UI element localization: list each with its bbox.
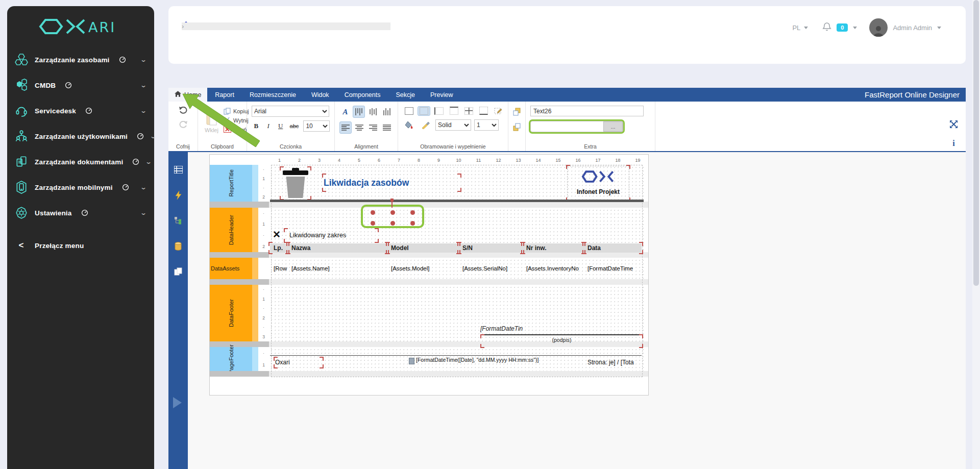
selection-handle[interactable] — [410, 221, 415, 226]
caret-down-icon[interactable] — [937, 27, 941, 29]
report-title-text-object[interactable]: Likwidacja zasobów — [324, 175, 460, 190]
selection-handle[interactable] — [371, 210, 375, 215]
column-header[interactable]: Model — [387, 243, 459, 253]
band-strip-page-footer[interactable]: PageFooter — [210, 347, 252, 371]
align-right-button[interactable] — [367, 121, 379, 134]
send-to-back-button[interactable] — [511, 122, 523, 132]
page-footer-datetime-object[interactable]: [FormatDateTime([Date], "dd.MM.yyyy HH:m… — [416, 357, 543, 369]
data-field[interactable]: [Row — [270, 264, 288, 273]
column-header[interactable]: S/N — [459, 243, 523, 253]
data-sources-icon[interactable] — [172, 240, 184, 252]
bring-to-front-button[interactable] — [511, 107, 523, 117]
selection-handle[interactable] — [371, 221, 375, 226]
section-label-object[interactable]: Likwidowany zakres — [285, 230, 377, 241]
caret-down-icon[interactable] — [853, 27, 857, 29]
bold-button[interactable]: B — [252, 122, 261, 130]
paste-button[interactable]: Wklej — [203, 106, 220, 139]
column-header[interactable]: Nr inw. — [523, 243, 584, 253]
underline-button[interactable]: U — [276, 122, 285, 130]
italic-button[interactable]: I — [264, 122, 273, 130]
column-header[interactable]: Data — [584, 243, 642, 253]
page-footer-left-object[interactable]: Oxari — [275, 358, 322, 367]
sidebar-item-zarzadzanie-dokumentami[interactable]: Zarządzanie dokumentami ⌄ — [7, 149, 154, 175]
undo-button[interactable] — [177, 106, 190, 116]
page-footer-divider-line[interactable] — [270, 355, 642, 356]
copy-button[interactable]: Kopiuj — [224, 108, 249, 115]
tab-widok[interactable]: Widok — [304, 88, 337, 102]
signature-label-object[interactable]: (podpis) — [482, 336, 642, 347]
sidebar-item-cmdb[interactable]: CMDB ⌄ — [7, 72, 154, 98]
sidebar-item-zarzadzanie-zasobami[interactable]: Zarządzanie zasobami ⌄ — [7, 47, 154, 72]
sidebar-item-ustawienia[interactable]: Ustawienia ⌄ — [7, 200, 154, 226]
border-style-select[interactable]: Solid — [435, 119, 471, 131]
language-selector[interactable]: PL — [792, 24, 808, 32]
sidebar-toggle-menu[interactable]: < Przełącz menu — [7, 233, 154, 258]
more-button[interactable]: ... — [603, 121, 623, 132]
border-inside-button[interactable] — [462, 106, 475, 116]
signature-line-object[interactable] — [482, 334, 642, 335]
tab-rozmieszczenie[interactable]: Rozmieszczenie — [242, 88, 304, 102]
selection-handle[interactable] — [390, 221, 395, 226]
border-edit-button[interactable] — [492, 106, 504, 116]
column-header[interactable]: Nazwa — [288, 243, 387, 253]
pages-icon[interactable] — [172, 265, 184, 278]
font-family-select[interactable]: Arial — [252, 106, 329, 117]
report-tree-icon[interactable] — [172, 163, 184, 176]
selection-handle[interactable] — [410, 210, 415, 215]
company-logo-object[interactable]: Infonet Projekt — [567, 166, 629, 201]
fullscreen-icon[interactable] — [950, 120, 958, 130]
delete-button[interactable]: ✕ Usuń — [224, 126, 249, 133]
tab-home[interactable]: Home — [168, 88, 207, 102]
sidebar-item-servicedesk[interactable]: Servicedesk ⌄ — [7, 98, 154, 124]
band-strip-report-title[interactable]: ReportTitle — [210, 165, 252, 202]
run-report-button[interactable] — [173, 397, 182, 408]
column-header[interactable]: Lp. — [270, 243, 288, 253]
data-field[interactable]: [Assets.Name] — [288, 264, 387, 273]
border-top-button[interactable] — [448, 106, 460, 116]
avatar[interactable] — [869, 18, 888, 37]
redo-button[interactable] — [177, 120, 190, 130]
page-footer-pagenum-object[interactable]: Strona: je] / [Tota — [587, 358, 642, 367]
band-strip-data-footer[interactable]: DataFooter — [210, 285, 252, 341]
data-field[interactable]: [FormatDateTime — [584, 264, 642, 273]
sidebar-item-zarzadzanie-uzytkownikami[interactable]: Zarządzanie użytkownikami ⌄ — [7, 124, 154, 149]
border-left-button[interactable] — [432, 106, 446, 116]
border-bottom-button[interactable] — [477, 106, 490, 116]
tab-preview[interactable]: Preview — [423, 88, 460, 102]
font-color-button[interactable]: A — [339, 106, 351, 118]
strikethrough-button[interactable]: abc — [288, 123, 301, 129]
cut-button[interactable]: Wytnij — [224, 117, 249, 124]
notification-badge[interactable]: 0 — [837, 23, 848, 32]
structure-icon[interactable] — [172, 214, 184, 227]
align-center-button[interactable] — [353, 121, 365, 134]
valign-top-button[interactable] — [353, 106, 365, 118]
border-all-button[interactable] — [403, 106, 415, 116]
footer-date-field-object[interactable]: [FormatDateTin — [480, 324, 552, 333]
data-field[interactable]: [Assets.Model] — [387, 264, 459, 273]
data-field[interactable]: [Assets.InventoryNo — [523, 264, 584, 273]
tab-components[interactable]: Components — [337, 88, 388, 102]
title-divider-line-object[interactable] — [270, 200, 644, 202]
band-strip-data-assets[interactable]: DataAssets — [210, 258, 252, 279]
data-field[interactable]: [Assets.SerialNo] — [459, 264, 523, 273]
info-icon[interactable]: i — [952, 139, 954, 148]
object-text-input[interactable]: ... — [530, 121, 623, 132]
align-justify-button[interactable] — [381, 121, 393, 134]
border-none-button[interactable] — [418, 106, 430, 116]
object-name-input[interactable] — [530, 106, 644, 116]
font-size-select[interactable]: 10 — [303, 120, 330, 132]
sidebar-item-zarzadzanie-mobilnymi[interactable]: Zarządzanie mobilnymi ⌄ — [7, 175, 154, 200]
page-scrollbar[interactable] — [972, 0, 980, 469]
bell-icon[interactable] — [822, 22, 831, 33]
trash-image-object[interactable] — [281, 168, 310, 199]
scrollbar-thumb[interactable] — [973, 0, 979, 286]
tab-raport[interactable]: Raport — [207, 88, 242, 102]
align-left-button[interactable] — [339, 121, 352, 134]
band-strip-data-header[interactable]: DataHeader — [210, 208, 252, 252]
brush-button[interactable] — [419, 120, 432, 130]
fill-color-button[interactable] — [403, 120, 416, 130]
user-name[interactable]: Admin Admin — [893, 24, 932, 32]
tab-sekcje[interactable]: Sekcje — [388, 88, 423, 102]
events-icon[interactable] — [172, 189, 184, 201]
selection-handle[interactable] — [390, 210, 395, 215]
